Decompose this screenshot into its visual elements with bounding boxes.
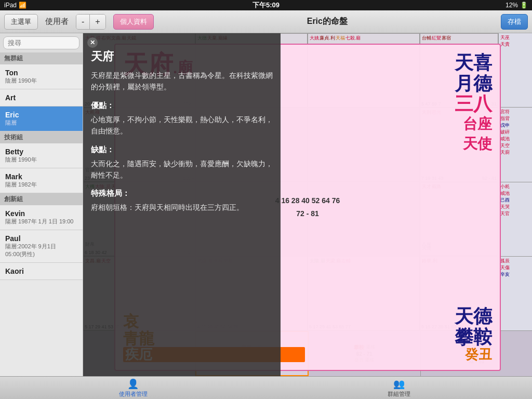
sidebar: 無群組 Ton 陰層 1990年 Art Eric 陽層 技術組 Betty 陰… [0,33,83,376]
info-panel-cons: 缺點： 大而化之，隨遇而安，缺少衝勁，喜愛應酬，欠缺魄力，耐性不足。 [91,143,273,181]
device-label: iPad [4,2,17,9]
info-panel-description: 天府星是紫微斗數的主星，古書稱為令星。在科技紫微網的分類裡，屬於領導型。 [91,70,273,93]
info-panel-title: 天府 [91,49,273,64]
popup-top-right: 天喜 月德 三八 台座 天使 [308,50,495,207]
popup-bottom-right: 天德 攀鞍 癸丑 [308,207,495,365]
user-item-kaori[interactable]: Kaori [0,263,83,280]
user-name-paul: Paul [5,234,77,243]
popup-range: 72 - 81 [275,207,340,220]
save-button[interactable]: 存檔 [501,14,528,30]
user-name-mark: Mark [5,172,77,181]
info-panel: ✕ 天府 天府星是紫微斗數的主星，古書稱為令星。在科技紫微網的分類裡，屬於領導型… [83,33,281,376]
user-icon: 👤 [127,378,139,390]
info-pros-text: 心地寬厚，不拘小節，天性樂觀，熱心助人，不爭名利，自由愜意。 [91,114,273,137]
user-item-mark[interactable]: Mark 陽層 1982年 [0,168,83,193]
info-panel-special: 特殊格局： 府相朝垣格：天府與天相同時出現在三方四正。 [91,187,273,213]
search-bar [0,33,83,52]
status-left: iPad 📶 [4,2,26,9]
user-item-betty[interactable]: Betty 陰層 1990年 [0,143,83,168]
right-col-stars: 天巫 天貴 宮符 指背 戊申 破碎 咸池 天空 天廚 小耗 咸池 己酉 天哭 天… [498,33,532,330]
tab-bar: 👤 使用者管理 👥 群組管理 [0,376,532,399]
status-time: 下午5:09 [252,1,280,10]
info-cons-title: 缺點： [91,143,273,156]
wifi-icon: 📶 [19,2,26,9]
plus-minus-group: - + [76,14,106,30]
group-header-tech: 技術組 [0,131,83,143]
rc-cell-4: 孤辰 天傷 辛亥 [499,257,532,330]
popup-center-numbers: 4 16 28 40 52 64 76 72 - 81 [275,194,340,220]
toolbar: 主選單 使用者 - + 個人資料 Eric的命盤 存檔 [0,10,532,33]
plus-button[interactable]: + [90,15,105,29]
user-sub-betty: 陰層 1990年 [5,156,77,164]
battery-label: 12% [506,2,518,9]
user-name-art: Art [5,94,77,102]
info-panel-pros: 優點： 心地寬厚，不拘小節，天性樂觀，熱心助人，不爭名利，自由愜意。 [91,99,273,137]
rc-cell-2: 宮符 指背 戊申 破碎 咸池 天空 天廚 [499,108,532,182]
battery-icon: 🔋 [520,2,528,9]
user-item-art[interactable]: Art [0,89,83,107]
popup-right-stars-top: 天喜 月德 三八 [455,52,492,114]
user-sub-tony: 陰層 1990年 [5,77,77,85]
group-icon: 👥 [393,378,405,390]
popup-bottom-right-stars: 天德 攀鞍 癸丑 [455,306,492,362]
group-header-creative: 創新組 [0,193,83,205]
info-special-title: 特殊格局： [91,187,273,200]
tab-user-label: 使用者管理 [119,390,148,398]
info-special-text: 府相朝垣格：天府與天相同時出現在三方四正。 [91,202,273,213]
popup-numbers: 4 16 28 40 52 64 76 [275,194,340,207]
tab-user-management[interactable]: 👤 使用者管理 [0,376,266,400]
personal-data-button[interactable]: 個人資料 [113,14,154,30]
user-item-paul[interactable]: Paul 陽層:2002年 9月1日 05:00(男性) [0,230,83,263]
info-cons-text: 大而化之，隨遇而安，缺少衝勁，喜愛應酬，欠缺魄力，耐性不足。 [91,158,273,181]
search-input[interactable] [3,36,79,49]
rc-cell-1: 天巫 天貴 [499,33,532,108]
status-bar: iPad 📶 下午5:09 12% 🔋 [0,0,532,10]
user-label: 使用者 [41,17,73,26]
main-area: 無群組 Ton 陰層 1990年 Art Eric 陽層 技術組 Betty 陰… [0,33,532,376]
status-right: 12% 🔋 [506,2,528,9]
user-name-kevin: Kevin [5,209,77,218]
info-close-button[interactable]: ✕ [87,37,98,48]
user-name-eric: Eric [5,111,77,119]
user-name-kaori: Kaori [5,267,77,275]
main-menu-button[interactable]: 主選單 [4,14,38,30]
popup-right-stars-small: 台座 天使 [463,114,492,154]
user-sub-paul: 陽層:2002年 9月1日 05:00(男性) [5,243,77,258]
minus-button[interactable]: - [76,15,90,29]
toolbar-title: Eric的命盤 [157,16,498,27]
user-item-tony[interactable]: Ton 陰層 1990年 [0,64,83,89]
chart-area: 大相.得 右弼 文曲.廟 天鉞 20 32 44 5 112 - 大德 天棄.廟… [83,33,532,376]
user-item-eric[interactable]: Eric 陽層 [0,107,83,131]
user-sub-kevin: 陽層 1987年 1月 1日 19:00 [5,218,77,225]
info-pros-title: 優點： [91,99,273,112]
user-name-betty: Betty [5,148,77,156]
tab-group-management[interactable]: 👥 群組管理 [266,376,532,400]
user-name-tony: Ton [5,69,77,77]
tab-group-label: 群組管理 [388,390,410,398]
user-sub-mark: 陽層 1982年 [5,181,77,189]
group-header-no-group: 無群組 [0,52,83,64]
rc-cell-3: 小耗 咸池 己酉 天哭 天官 [499,182,532,257]
user-item-kevin[interactable]: Kevin 陽層 1987年 1月 1日 19:00 [0,205,83,230]
user-sub-eric: 陽層 [5,119,77,127]
